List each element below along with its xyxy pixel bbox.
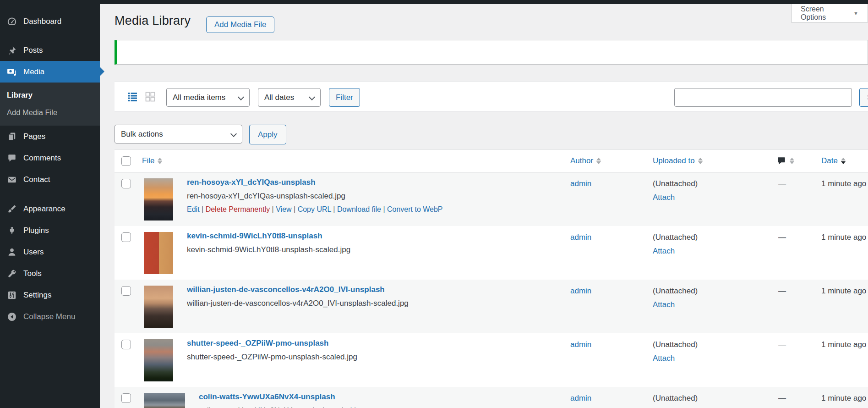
submenu-item-library[interactable]: Library [0,86,100,104]
sidebar-item-label: Contact [23,175,50,184]
row-action-download-file[interactable]: Download file [337,205,381,213]
pin-icon [6,45,17,56]
submenu-item-add-media-file[interactable]: Add Media File [0,104,100,121]
admin-top-bar [0,0,868,4]
action-separator: | [381,205,387,213]
sort-arrows-icon [790,158,794,164]
collapse-menu-button[interactable]: Collapse Menu [0,306,100,327]
table-row: willian-justen-de-vasconcellos-v4rA2O0_I… [115,280,868,333]
add-media-file-button[interactable]: Add Media File [206,17,274,33]
contact-icon [6,174,17,185]
column-header-comments[interactable] [776,156,821,166]
dashboard-icon [6,16,17,27]
media-thumbnail[interactable] [144,286,173,328]
uploaded-to-status: (Unattached) [653,179,698,188]
sidebar-item-contact[interactable]: Contact [0,169,100,190]
media-icon [6,66,17,77]
column-header-label: Date [821,156,838,165]
media-filename: kevin-schmid-9WicLhY0tI8-unsplash-scaled… [187,246,350,254]
sidebar-item-label: Dashboard [23,17,61,26]
sidebar-item-users[interactable]: Users [0,241,100,263]
media-thumbnail[interactable] [144,178,173,221]
action-separator: | [200,205,206,213]
date-filter-value: All dates [264,93,294,102]
media-type-filter-select[interactable]: All media items [166,88,250,107]
column-header-author[interactable]: Author [570,156,653,165]
sidebar-item-label: Settings [23,291,51,300]
row-checkbox[interactable] [121,232,131,242]
author-link[interactable]: admin [570,179,591,188]
column-header-label: File [142,156,154,165]
media-title-link[interactable]: colin-watts-YwwUXa6NvX4-unsplash [199,393,365,401]
bulk-actions-select[interactable]: Bulk actions [115,125,242,143]
attach-link[interactable]: Attach [653,354,776,363]
sidebar-item-settings[interactable]: Settings [0,284,100,306]
upload-date: 1 minute ago [821,172,868,226]
row-action-copy-url[interactable]: Copy URL [298,205,331,213]
comments-count: — [776,280,821,333]
column-header-uploaded[interactable]: Uploaded to [653,156,776,165]
author-link[interactable]: admin [570,394,591,402]
upload-date: 1 minute ago [821,280,868,333]
row-action-convert-to-webp[interactable]: Convert to WebP [387,205,443,213]
media-title-link[interactable]: kevin-schmid-9WicLhY0tI8-unsplash [187,232,350,240]
column-header-label: Author [570,156,593,165]
screen-options-tab[interactable]: Screen Options ▼ [791,4,868,22]
media-list-table: FileAuthorUploaded toDate ren-hosoya-xYI… [115,149,868,408]
attach-link[interactable]: Attach [653,300,776,309]
column-header-date[interactable]: Date [821,156,868,165]
row-actions: Edit | Delete Permanently | View | Copy … [187,206,443,213]
sidebar-item-media[interactable]: Media [0,61,100,83]
media-thumbnail[interactable] [144,393,185,408]
media-toolbar: All media items All dates Filter Search … [115,82,868,112]
sidebar-item-appearance[interactable]: Appearance [0,198,100,220]
author-link[interactable]: admin [570,340,591,349]
media-title-link[interactable]: shutter-speed-_OZPiiW-pmo-unsplash [187,339,357,347]
row-checkbox[interactable] [121,340,131,349]
collapse-icon [6,311,17,322]
media-thumbnail[interactable] [144,339,173,381]
table-row: shutter-speed-_OZPiiW-pmo-unsplash shutt… [115,333,868,387]
sidebar-item-label: Appearance [23,204,66,214]
attach-link[interactable]: Attach [653,193,776,202]
settings-icon [6,290,17,301]
collapse-menu-label: Collapse Menu [23,312,75,321]
comments-count: — [776,226,821,280]
sidebar-item-dashboard[interactable]: Dashboard [0,11,100,32]
row-action-edit[interactable]: Edit [187,205,200,213]
media-filename: shutter-speed-_OZPiiW-pmo-unsplash-scale… [187,353,357,361]
sidebar-item-plugins[interactable]: Plugins [0,220,100,241]
date-filter-select[interactable]: All dates [258,88,321,107]
row-checkbox[interactable] [121,393,131,403]
sidebar-item-pages[interactable]: Pages [0,126,100,147]
filter-button[interactable]: Filter [329,88,360,107]
select-all-checkbox[interactable] [121,156,131,166]
table-row: ren-hosoya-xYI_dcYIQas-unsplash ren-hoso… [115,172,868,226]
chevron-down-icon: ▼ [853,11,858,16]
uploaded-to-status: (Unattached) [653,287,698,295]
sidebar-item-comments[interactable]: Comments [0,147,100,169]
column-header-file[interactable]: File [136,156,570,165]
list-view-icon[interactable] [126,91,138,103]
media-title-link[interactable]: ren-hosoya-xYI_dcYIQas-unsplash [187,178,443,186]
row-checkbox[interactable] [121,179,131,188]
apply-button[interactable]: Apply [249,125,286,144]
author-link[interactable]: admin [570,287,591,295]
sidebar-item-tools[interactable]: Tools [0,263,100,284]
action-separator: | [292,205,298,213]
row-action-delete-permanently[interactable]: Delete Permanently [206,205,270,213]
sidebar-item-posts[interactable]: Posts [0,39,100,61]
author-link[interactable]: admin [570,233,591,242]
grid-view-icon[interactable] [144,91,156,103]
row-action-view[interactable]: View [276,205,291,213]
search-input[interactable] [674,88,852,107]
search-button[interactable]: Search Media Items [859,88,868,107]
pages-icon [6,131,17,142]
row-checkbox[interactable] [121,286,131,296]
sort-arrows-icon [596,158,601,164]
sidebar-item-label: Users [23,248,44,257]
comments-count: — [776,172,821,226]
attach-link[interactable]: Attach [653,247,776,256]
media-thumbnail[interactable] [144,232,173,274]
media-title-link[interactable]: willian-justen-de-vasconcellos-v4rA2O0_I… [187,286,409,293]
